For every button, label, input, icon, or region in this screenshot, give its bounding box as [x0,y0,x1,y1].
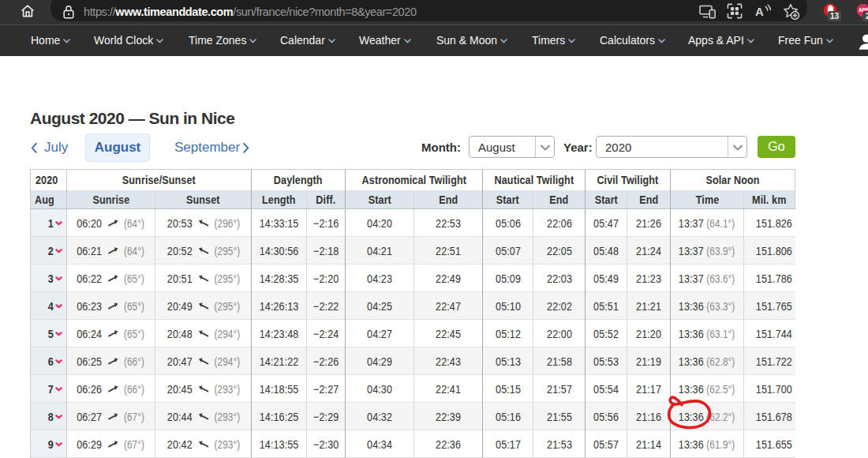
svg-text:A: A [755,5,764,18]
